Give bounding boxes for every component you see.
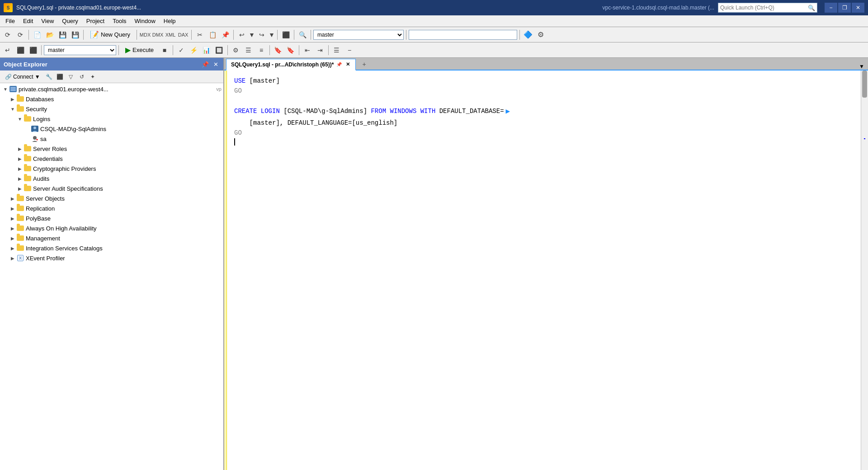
tree-always-on-node[interactable]: ▶ Always On High Availability	[0, 223, 223, 233]
editor-scrollbar[interactable]	[861, 70, 868, 470]
tree-management-node[interactable]: ▶ Management	[0, 233, 223, 243]
server-roles-expander[interactable]: ▶	[16, 145, 24, 152]
tree-server-node[interactable]: ▼ private.csqlmad01.europe-west4... vp	[0, 84, 223, 94]
active-editor-tab[interactable]: SQLQuery1.sql - pr...AD\christoph (65))*…	[226, 59, 356, 70]
tree-audits-node[interactable]: ▶ Audits	[0, 174, 223, 183]
save-all-button[interactable]: 💾	[69, 29, 81, 41]
tree-login-sa-node[interactable]: ▶ sa	[0, 134, 223, 144]
tree-polybase-node[interactable]: ▶ PolyBase	[0, 213, 223, 223]
integration-expander[interactable]: ▶	[9, 244, 16, 252]
tree-logins-node[interactable]: ▼ Logins	[0, 114, 223, 124]
indent-btn[interactable]: ↵	[2, 44, 14, 56]
menu-tools[interactable]: Tools	[109, 16, 130, 26]
audits-expander[interactable]: ▶	[16, 175, 24, 182]
cut-button[interactable]: ✂	[194, 29, 206, 41]
open-button[interactable]: 📂	[44, 29, 56, 41]
tree-databases-node[interactable]: ▶ Databases	[0, 94, 223, 104]
oe-refresh-btn[interactable]: ↺	[77, 72, 87, 82]
menu-file[interactable]: File	[2, 16, 19, 26]
restore-button[interactable]: ❐	[838, 3, 851, 13]
tree-login-windows-node[interactable]: ▶ CSQL-MAD\g-SqlAdmins	[0, 124, 223, 134]
audit-specs-expander[interactable]: ▶	[16, 185, 24, 192]
tree-xevent-node[interactable]: ▶ X XEvent Profiler	[0, 253, 223, 263]
query-opts-btn[interactable]: ⚙	[230, 44, 242, 56]
management-expander[interactable]: ▶	[9, 235, 16, 242]
paste-button[interactable]: 📌	[219, 29, 231, 41]
tab-overflow-icon[interactable]: ▼	[859, 63, 864, 70]
indent-right-btn[interactable]: ⇥	[314, 44, 326, 56]
logins-expander[interactable]: ▼	[16, 115, 24, 122]
toolbar-btn-2[interactable]: DMX	[152, 29, 164, 41]
tree-credentials-node[interactable]: ▶ Credentials	[0, 154, 223, 164]
menu-view[interactable]: View	[38, 16, 57, 26]
toolbar-btn-1[interactable]: MDX	[139, 29, 151, 41]
back-button[interactable]: ⟳	[2, 29, 14, 41]
scrollbar-thumb[interactable]	[862, 70, 867, 98]
xevent-expander[interactable]: ▶	[9, 254, 16, 262]
layout-btn[interactable]: ☰	[243, 44, 255, 56]
menu-window[interactable]: Window	[131, 16, 159, 26]
step-btn[interactable]: ⬛	[27, 44, 39, 56]
grid-btn[interactable]: 🔲	[213, 44, 225, 56]
save-button[interactable]: 💾	[57, 29, 68, 41]
oe-connect-button[interactable]: 🔗 Connect ▼	[2, 72, 43, 82]
code-editor[interactable]: USE [master] GO CREATE LOGIN [CSQL-MAD\g…	[224, 70, 868, 470]
column-mode-btn[interactable]: ☰	[331, 44, 343, 56]
quick-launch-container[interactable]: 🔍	[718, 3, 817, 13]
quick-launch-input[interactable]	[718, 5, 806, 11]
oe-pin-button[interactable]: 📌	[200, 61, 210, 68]
undo-dropdown[interactable]: ▼	[249, 29, 255, 41]
toolbar-btn-4[interactable]: DAX	[177, 29, 189, 41]
menu-query[interactable]: Query	[58, 16, 81, 26]
intellisense-btn[interactable]: ⚡	[188, 44, 200, 56]
tree-crypto-node[interactable]: ▶ Cryptographic Providers	[0, 164, 223, 174]
parse-btn[interactable]: ✓	[175, 44, 187, 56]
polybase-expander[interactable]: ▶	[9, 215, 16, 222]
server-objects-expander[interactable]: ▶	[9, 195, 16, 202]
ssms-icon-btn2[interactable]: ⚙	[535, 29, 547, 41]
menu-project[interactable]: Project	[83, 16, 108, 26]
toolbar-search-input[interactable]	[409, 30, 517, 40]
tree-integration-node[interactable]: ▶ Integration Services Catalogs	[0, 243, 223, 253]
stop-button[interactable]: ■	[159, 44, 170, 56]
tree-server-objects-node[interactable]: ▶ Server Objects	[0, 193, 223, 203]
redo-button[interactable]: ↪	[256, 29, 268, 41]
credentials-expander[interactable]: ▶	[16, 155, 24, 162]
tree-audit-specs-node[interactable]: ▶ Server Audit Specifications	[0, 183, 223, 193]
debug-button[interactable]: ⬛	[280, 29, 292, 41]
oe-close-button[interactable]: ✕	[212, 61, 220, 68]
code-content[interactable]: USE [master] GO CREATE LOGIN [CSQL-MAD\g…	[227, 70, 861, 470]
new-query-button[interactable]: 📝 New Query	[86, 29, 134, 41]
execute-button[interactable]: ▶ Execute	[121, 44, 158, 56]
server-expander[interactable]: ▼	[2, 85, 9, 93]
toolbar-btn-3[interactable]: XML	[165, 29, 176, 41]
databases-expander[interactable]: ▶	[9, 95, 16, 103]
always-on-expander[interactable]: ▶	[9, 225, 16, 232]
bookmarks-btn[interactable]: 🔖	[272, 44, 284, 56]
forward-button[interactable]: ⟳	[14, 29, 26, 41]
replication-expander[interactable]: ▶	[9, 205, 16, 212]
minimize-button[interactable]: −	[825, 3, 837, 13]
db-selector[interactable]: master	[44, 45, 116, 55]
menu-edit[interactable]: Edit	[19, 16, 37, 26]
oe-filter2-btn[interactable]: ▽	[66, 72, 76, 82]
oe-search-btn[interactable]: ✦	[88, 72, 98, 82]
copy-button[interactable]: 📋	[207, 29, 218, 41]
indent-left-btn[interactable]: ⇤	[302, 44, 313, 56]
ssms-icon-btn[interactable]: 🔷	[522, 29, 534, 41]
breakpoint-btn[interactable]: ⬛	[14, 44, 26, 56]
tree-security-node[interactable]: ▼ Security	[0, 104, 223, 114]
add-tab-button[interactable]: +	[359, 59, 369, 70]
oe-disconnect-btn[interactable]: ⬛	[55, 72, 65, 82]
menu-help[interactable]: Help	[160, 16, 179, 26]
redo-dropdown[interactable]: ▼	[269, 29, 275, 41]
new-file-button[interactable]: 📄	[31, 29, 43, 41]
security-expander[interactable]: ▼	[9, 105, 16, 113]
col-mode2-btn[interactable]: −	[344, 44, 355, 56]
tree-server-roles-node[interactable]: ▶ Server Roles	[0, 144, 223, 154]
close-button[interactable]: ✕	[852, 3, 864, 13]
search-toolbar-button[interactable]: 🔍	[297, 29, 308, 41]
crypto-expander[interactable]: ▶	[16, 165, 24, 172]
bookmarks2-btn[interactable]: 🔖	[285, 44, 297, 56]
tab-close-button[interactable]: ✕	[344, 61, 351, 68]
